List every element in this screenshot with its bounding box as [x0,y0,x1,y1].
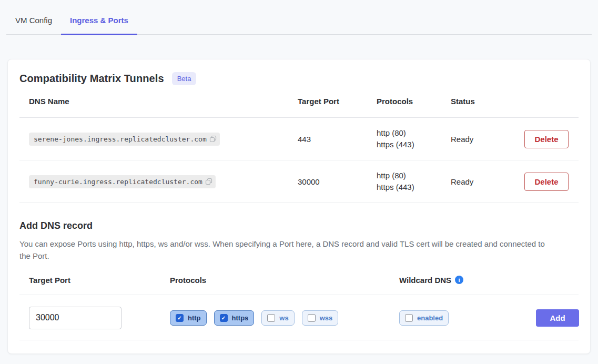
table-row: funny-curie.ingress.replicatedcluster.co… [19,160,579,203]
copy-icon[interactable] [209,135,217,143]
checkbox-enabled-label: enabled [417,314,443,322]
column-header-target-port: Target Port [298,97,377,106]
protocol-line: http (80) [377,127,451,139]
checkbox-https-label: https [232,314,249,322]
dns-name-pill: funny-curie.ingress.replicatedcluster.co… [29,175,216,188]
add-dns-record-description: You can expose Ports using http, https, … [19,238,551,262]
checkbox-https[interactable]: ✓ https [214,310,255,326]
checkbox-http-label: http [188,314,201,322]
delete-button[interactable]: Delete [524,130,569,148]
wildcard-dns-label: Wildcard DNS i [399,276,536,285]
target-port-cell: 30000 [298,177,377,186]
checkbox-unchecked-icon [267,314,275,322]
tab-vm-config[interactable]: VM Config [6,12,61,35]
card-header: Compatibility Matrix Tunnels Beta [19,72,579,85]
checkbox-wss-label: wss [320,314,333,322]
add-dns-form-labels: Target Port Protocols Wildcard DNS i [19,276,579,295]
checkbox-ws[interactable]: ws [261,310,294,326]
protocol-line: https (443) [377,139,451,150]
wildcard-dns-label-text: Wildcard DNS [399,276,451,285]
info-icon[interactable]: i [455,276,463,284]
card-title: Compatibility Matrix Tunnels [19,73,164,85]
add-dns-record-title: Add DNS record [19,220,579,231]
checkbox-wss[interactable]: wss [302,310,339,326]
dns-name-text: funny-curie.ingress.replicatedcluster.co… [34,178,202,186]
checkbox-unchecked-icon [308,314,316,322]
target-port-field-cell [29,307,170,329]
protocols-cell: http (80) https (443) [377,127,451,150]
add-button[interactable]: Add [536,309,579,327]
actions-cell: Delete [524,173,581,191]
protocol-checkboxes: ✓ http ✓ https ws wss [170,310,399,326]
target-port-label: Target Port [29,276,170,285]
tab-ingress-ports[interactable]: Ingress & Ports [61,12,137,35]
copy-icon[interactable] [205,178,212,185]
beta-badge: Beta [172,72,197,85]
table-header-row: DNS Name Target Port Protocols Status [19,97,579,118]
checkbox-unchecked-icon [405,314,413,322]
dns-name-pill: serene-jones.ingress.replicatedcluster.c… [29,133,220,146]
delete-button[interactable]: Delete [524,173,569,191]
column-header-protocols: Protocols [377,97,451,106]
dns-name-cell: serene-jones.ingress.replicatedcluster.c… [29,133,298,146]
checkbox-wildcard-enabled[interactable]: enabled [399,310,449,326]
status-cell: Ready [451,177,524,186]
column-header-dns-name: DNS Name [29,97,298,106]
protocol-line: https (443) [377,181,451,193]
status-cell: Ready [451,135,524,144]
table-row: serene-jones.ingress.replicatedcluster.c… [19,118,579,160]
target-port-cell: 443 [298,135,377,144]
protocol-line: http (80) [377,170,451,181]
dns-name-cell: funny-curie.ingress.replicatedcluster.co… [29,175,298,188]
tunnels-card: Compatibility Matrix Tunnels Beta DNS Na… [7,59,591,354]
checkbox-ws-label: ws [279,314,288,322]
checkbox-http[interactable]: ✓ http [170,310,207,326]
protocols-cell: http (80) https (443) [377,170,451,193]
checkbox-checked-icon: ✓ [220,314,228,322]
dns-name-text: serene-jones.ingress.replicatedcluster.c… [34,135,207,143]
tab-bar: VM Config Ingress & Ports [6,0,592,35]
add-button-cell: Add [536,309,591,327]
target-port-input[interactable] [29,307,121,329]
add-dns-form-row: ✓ http ✓ https ws wss enabled Add [19,307,579,340]
protocols-label: Protocols [170,276,399,285]
actions-cell: Delete [524,130,581,148]
checkbox-checked-icon: ✓ [176,314,184,322]
column-header-status: Status [451,97,524,106]
wildcard-dns-cell: enabled [399,310,536,326]
